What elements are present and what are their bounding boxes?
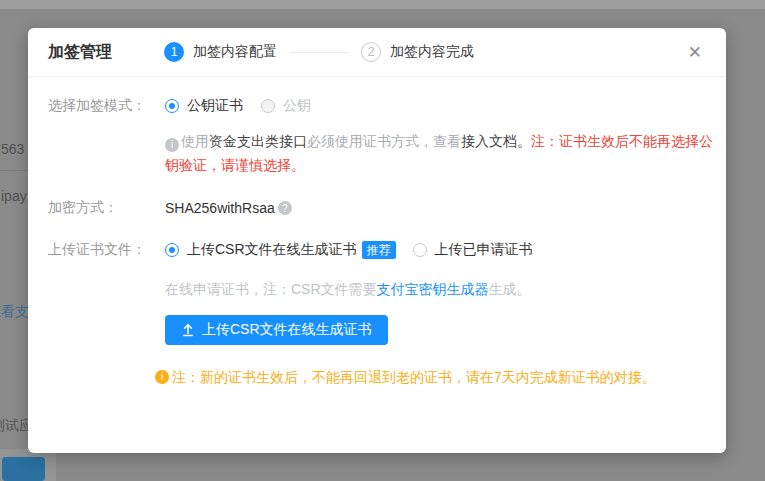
- note-text: 使用: [181, 133, 209, 149]
- step-2-circle: 2: [361, 42, 381, 62]
- warning-info-icon: i: [155, 370, 169, 384]
- radio-existing-cert[interactable]: 上传已申请证书: [413, 241, 533, 259]
- sign-management-dialog: 加签管理 1 加签内容配置 2 加签内容完成 ✕ 选择加签模式： 公钥证书: [28, 28, 726, 453]
- background-primary-button: [2, 457, 45, 481]
- help-icon[interactable]: ?: [278, 201, 292, 215]
- encrypt-method-label: 加密方式：: [48, 199, 148, 217]
- step-1-circle: 1: [164, 42, 184, 62]
- radio-public-key-cert[interactable]: 公钥证书: [165, 97, 243, 115]
- upload-icon: [181, 323, 195, 337]
- dialog-title: 加签管理: [48, 42, 112, 63]
- upload-csr-button[interactable]: 上传CSR文件在线生成证书: [165, 315, 388, 345]
- step-connector: [290, 52, 348, 53]
- info-icon: i: [165, 138, 179, 152]
- radio-icon[interactable]: [413, 243, 427, 257]
- encrypt-method-value: SHA256withRsaa: [165, 200, 275, 216]
- note-text: 生成。: [489, 281, 531, 297]
- note-text: 必须使用证书方式，查看: [307, 133, 461, 149]
- note-strong-text: 资金支出类接口: [209, 133, 307, 149]
- radio-icon[interactable]: [261, 99, 275, 113]
- note-text: 。: [517, 133, 531, 149]
- radio-public-key-cert-label: 公钥证书: [187, 97, 243, 115]
- background-topbar: [0, 0, 765, 9]
- key-generator-link[interactable]: 支付宝密钥生成器: [377, 281, 489, 297]
- radio-public-key[interactable]: 公钥: [261, 97, 311, 115]
- radio-existing-cert-label: 上传已申请证书: [435, 241, 533, 259]
- sign-mode-note: i使用资金支出类接口必须使用证书方式，查看接入文档。注：证书生效后不能再选择公钥…: [165, 129, 713, 177]
- background-partial-link: 查看支: [0, 303, 29, 321]
- radio-public-key-label: 公钥: [283, 97, 311, 115]
- recommended-badge: 推荐: [362, 241, 396, 259]
- radio-icon[interactable]: [165, 243, 179, 257]
- cert-upload-label: 上传证书文件：: [48, 241, 148, 259]
- close-icon[interactable]: ✕: [688, 44, 702, 61]
- radio-csr-online-label: 上传CSR文件在线生成证书: [187, 241, 357, 259]
- cert-switch-warning-text: 注：新的证书生效后，不能再回退到老的证书，请在7天内完成新证书的对接。: [172, 367, 656, 387]
- step-1-label: 加签内容配置: [193, 43, 277, 61]
- note-text: 在线申请证书，注：CSR文件需要: [165, 281, 377, 297]
- dialog-header: 加签管理 1 加签内容配置 2 加签内容完成 ✕: [28, 28, 726, 77]
- step-2-label: 加签内容完成: [390, 43, 474, 61]
- form-row-encrypt-method: 加密方式： SHA256withRsaa ?: [48, 199, 702, 217]
- background-partial-text: ipay: [1, 188, 27, 204]
- csr-helper-note: 在线申请证书，注：CSR文件需要支付宝密钥生成器生成。: [165, 279, 702, 299]
- dialog-body: 选择加签模式： 公钥证书 公钥 i使用资金支出类接口必须使用证书方式，查看接入文…: [28, 77, 726, 387]
- step-2: 2 加签内容完成: [361, 42, 474, 62]
- form-row-cert-upload: 上传证书文件： 上传CSR文件在线生成证书 推荐 上传已申请证书: [48, 241, 702, 259]
- upload-csr-button-label: 上传CSR文件在线生成证书: [202, 321, 372, 339]
- radio-icon[interactable]: [165, 99, 179, 113]
- background-partial-text: 563: [1, 141, 24, 157]
- radio-csr-online[interactable]: 上传CSR文件在线生成证书 推荐: [165, 241, 396, 259]
- step-1: 1 加签内容配置: [164, 42, 277, 62]
- docs-link[interactable]: 接入文档: [461, 133, 517, 149]
- sign-mode-label: 选择加签模式：: [48, 97, 148, 115]
- cert-switch-warning: i 注：新的证书生效后，不能再回退到老的证书，请在7天内完成新证书的对接。: [155, 367, 702, 387]
- steps-indicator: 1 加签内容配置 2 加签内容完成: [164, 42, 474, 62]
- background-divider: [0, 170, 28, 171]
- form-row-sign-mode: 选择加签模式： 公钥证书 公钥: [48, 97, 702, 115]
